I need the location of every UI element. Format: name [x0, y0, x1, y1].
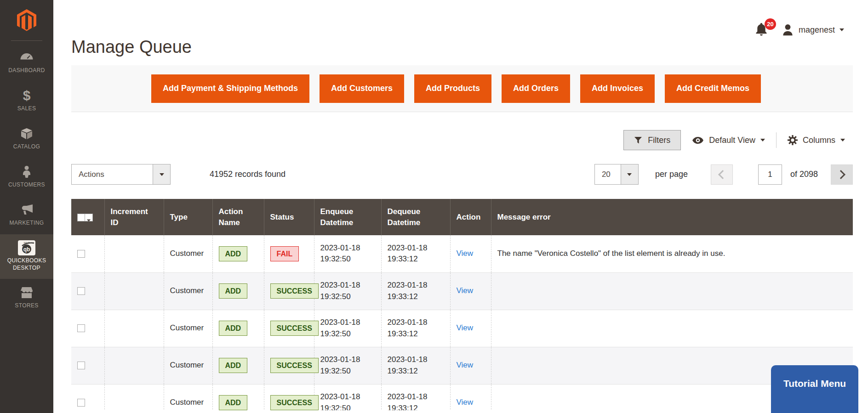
table-row: Customer ADD SUCCESS 2023-01-18 19:32:50… — [71, 272, 853, 310]
next-page-button[interactable] — [831, 164, 853, 185]
row-checkbox[interactable] — [77, 399, 85, 407]
view-selector[interactable]: Default View — [692, 136, 765, 145]
filters-button[interactable]: Filters — [623, 130, 681, 150]
status-badge: SUCCESS — [270, 358, 319, 373]
select-caret — [621, 164, 638, 184]
action-name-badge: ADD — [219, 358, 248, 373]
user-icon — [782, 24, 794, 36]
filter-funnel-icon — [634, 136, 642, 144]
select-all-dropdown[interactable] — [85, 214, 93, 221]
action-name-badge: ADD — [219, 321, 248, 336]
select-all-checkbox[interactable] — [77, 214, 85, 221]
sidebar-item-sales[interactable]: $ SALES — [0, 82, 53, 120]
column-header-increment-id[interactable]: Increment ID — [104, 199, 164, 235]
quickbooks-icon: intuitqb — [17, 241, 36, 254]
status-badge: FAIL — [270, 246, 299, 261]
account-menu-button[interactable]: magenest — [782, 24, 844, 36]
pagination: 20 per page of 2098 — [594, 164, 853, 185]
current-page-input[interactable] — [758, 164, 782, 185]
sidebar-item-label: QUICKBOOKS DESKTOP — [0, 257, 53, 272]
sidebar-item-label: DASHBOARD — [7, 67, 46, 74]
sidebar-item-catalog[interactable]: CATALOG — [0, 120, 53, 158]
view-link[interactable]: View — [457, 398, 474, 407]
tutorial-menu-label: Tutorial Menu — [783, 378, 846, 413]
sidebar-item-stores[interactable]: STORES — [0, 279, 53, 317]
notification-count-badge: 20 — [765, 18, 776, 30]
add-customers-button[interactable]: Add Customers — [320, 74, 404, 103]
sidebar: DASHBOARD $ SALES CATALOG CUSTOMERS MARK… — [0, 0, 53, 413]
chevron-down-icon — [839, 28, 844, 31]
sidebar-item-label: SALES — [16, 105, 38, 113]
previous-page-button[interactable] — [711, 164, 733, 185]
column-header-type[interactable]: Type — [164, 199, 212, 235]
actions-select[interactable]: Actions — [71, 164, 171, 185]
view-link[interactable]: View — [457, 286, 474, 295]
row-checkbox[interactable] — [77, 287, 85, 295]
dashboard-icon — [20, 51, 34, 64]
magento-logo[interactable] — [0, 0, 53, 40]
view-link[interactable]: View — [457, 323, 474, 332]
table-row: Customer ADD FAIL 2023-01-18 19:32:50 20… — [71, 235, 853, 272]
gear-icon — [788, 135, 798, 145]
chevron-left-icon — [718, 170, 727, 179]
cell-type: Customer — [164, 235, 212, 272]
add-credit-memos-button[interactable]: Add Credit Memos — [665, 74, 761, 103]
customers-icon — [21, 165, 32, 178]
add-products-button[interactable]: Add Products — [414, 74, 491, 103]
row-checkbox[interactable] — [77, 362, 85, 369]
filters-label: Filters — [648, 136, 670, 145]
page-title: Manage Queue — [71, 37, 192, 57]
row-checkbox[interactable] — [77, 324, 85, 332]
sidebar-item-label: STORES — [13, 302, 40, 310]
view-link[interactable]: View — [457, 361, 474, 369]
cell-message-error — [491, 272, 853, 310]
sidebar-item-quickbooks-desktop[interactable]: intuitqb QUICKBOOKS DESKTOP — [0, 234, 53, 279]
sales-icon: $ — [23, 89, 31, 102]
add-invoices-button[interactable]: Add Invoices — [580, 74, 655, 103]
sidebar-item-marketing[interactable]: MARKETING — [0, 196, 53, 234]
columns-selector[interactable]: Columns — [788, 135, 845, 145]
chevron-right-icon — [836, 170, 845, 179]
tutorial-menu-button[interactable]: Tutorial Menu — [771, 365, 858, 413]
cell-enqueue-datetime: 2023-01-18 19:32:50 — [314, 272, 381, 310]
add-payment-shipping-methods-button[interactable]: Add Payment & Shipping Methods — [151, 74, 309, 103]
notifications-button[interactable]: 20 — [755, 23, 769, 37]
column-header-status[interactable]: Status — [264, 199, 314, 235]
select-all-header — [71, 199, 104, 235]
per-page-label: per page — [655, 170, 688, 179]
row-checkbox[interactable] — [77, 250, 85, 258]
column-header-action[interactable]: Action — [450, 199, 491, 235]
column-header-dequeue-datetime[interactable]: Dequeue Datetime — [381, 199, 450, 235]
cell-increment-id — [104, 347, 164, 384]
sidebar-item-customers[interactable]: CUSTOMERS — [0, 158, 53, 196]
sidebar-item-label: CUSTOMERS — [7, 181, 46, 189]
cell-increment-id — [104, 384, 164, 410]
cell-dequeue-datetime: 2023-01-18 19:33:12 — [381, 310, 450, 347]
sidebar-divider — [11, 40, 42, 41]
sidebar-item-dashboard[interactable]: DASHBOARD — [0, 44, 53, 82]
add-orders-button[interactable]: Add Orders — [502, 74, 570, 103]
table-row: Customer ADD SUCCESS 2023-01-18 19:32:50… — [71, 384, 853, 410]
column-header-action-name[interactable]: Action Name — [212, 199, 264, 235]
username: magenest — [799, 25, 835, 35]
records-found: 41952 records found — [210, 170, 286, 179]
cell-type: Customer — [164, 272, 212, 310]
queue-grid: Increment ID Type Action Name Status Enq… — [71, 199, 853, 410]
cell-dequeue-datetime: 2023-01-18 19:33:12 — [381, 347, 450, 384]
cell-message-error — [491, 310, 853, 347]
column-header-message-error[interactable]: Message error — [491, 199, 853, 235]
table-row: Customer ADD SUCCESS 2023-01-18 19:32:50… — [71, 347, 853, 384]
column-header-enqueue-datetime[interactable]: Enqueue Datetime — [314, 199, 381, 235]
cell-type: Customer — [164, 384, 212, 410]
cell-enqueue-datetime: 2023-01-18 19:32:50 — [314, 235, 381, 272]
action-name-badge: ADD — [219, 395, 248, 410]
cell-enqueue-datetime: 2023-01-18 19:32:50 — [314, 384, 381, 410]
view-link[interactable]: View — [457, 249, 474, 258]
columns-label: Columns — [803, 136, 835, 145]
table-row: Customer ADD SUCCESS 2023-01-18 19:32:50… — [71, 310, 853, 347]
chevron-down-icon — [840, 139, 845, 141]
cell-increment-id — [104, 272, 164, 310]
view-label: Default View — [709, 136, 755, 145]
cell-type: Customer — [164, 347, 212, 384]
per-page-select[interactable]: 20 — [594, 164, 639, 185]
